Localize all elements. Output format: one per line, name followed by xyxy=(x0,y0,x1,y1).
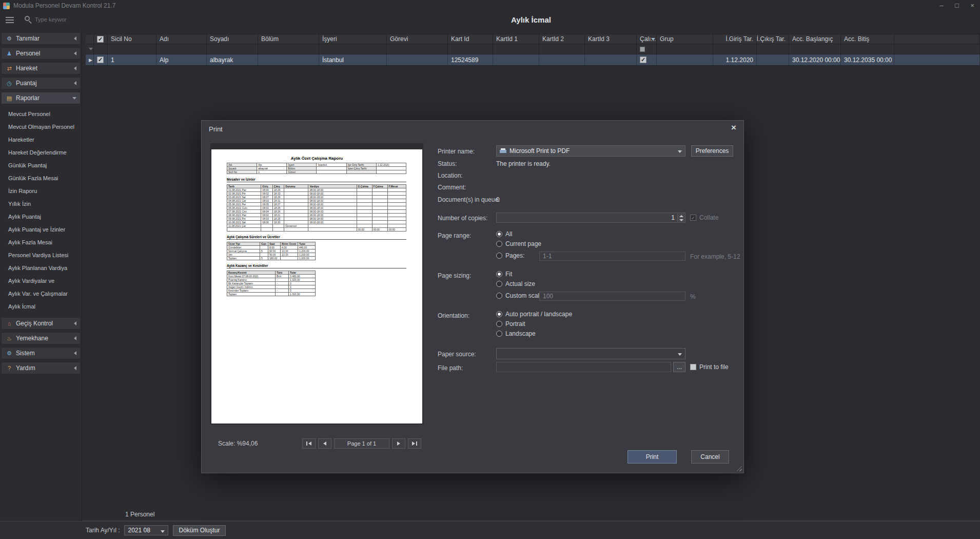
print-to-file-checkbox-icon[interactable] xyxy=(690,364,696,370)
copies-input[interactable]: 1 xyxy=(496,213,685,223)
sidebar-section[interactable]: ⚙ Tanımlar xyxy=(1,32,81,45)
radio-current-page[interactable]: Current page xyxy=(496,240,541,247)
grid-header-cell[interactable]: Acc. Bitiş xyxy=(841,34,894,44)
grid-filter-cell[interactable] xyxy=(841,44,894,54)
printer-select[interactable]: Microsoft Print to PDF xyxy=(496,145,685,157)
grid-header-cell[interactable]: Adı xyxy=(156,34,207,44)
last-page-button[interactable] xyxy=(408,438,421,449)
grid-data-cell[interactable] xyxy=(585,54,637,66)
row-select-checkbox[interactable]: ✓ xyxy=(97,56,104,63)
sidebar-report-item[interactable]: Hareketler xyxy=(0,133,82,146)
radio-portrait[interactable]: Portrait xyxy=(496,320,525,328)
grid-data-cell[interactable]: ▶ xyxy=(86,54,94,66)
radio-landscape-icon[interactable] xyxy=(496,331,502,337)
grid-data-cell[interactable]: İstanbul xyxy=(319,54,387,66)
grid-filter-cell[interactable] xyxy=(319,44,387,54)
sidebar-report-item[interactable]: Yıllık İzin xyxy=(0,198,82,210)
grid-filter-cell[interactable] xyxy=(108,44,156,54)
grid-header-cell[interactable]: Sicil No xyxy=(108,34,156,44)
grid-header-cell[interactable]: Soyadı xyxy=(207,34,258,44)
grid-header-cell[interactable]: ✓ xyxy=(94,34,108,44)
radio-all[interactable]: All xyxy=(496,230,512,238)
grid-header-cell[interactable]: Bölüm xyxy=(258,34,319,44)
radio-all-icon[interactable] xyxy=(496,231,502,237)
dokum-olustur-button[interactable]: Döküm Oluştur xyxy=(173,525,225,536)
grid-header-cell[interactable]: KartId 1 xyxy=(493,34,539,44)
radio-fit-icon[interactable] xyxy=(496,271,502,277)
spinner-buttons[interactable] xyxy=(677,214,684,222)
month-year-select[interactable]: 2021 08 xyxy=(124,525,168,535)
radio-landscape[interactable]: Landscape xyxy=(496,330,536,337)
grid-filter-cell[interactable] xyxy=(657,44,713,54)
resize-grip[interactable] xyxy=(736,466,742,471)
sidebar-report-item[interactable]: Aylık Vardiyalar ve xyxy=(0,275,82,287)
sidebar-report-item[interactable]: Aylık Planlanan Vardiya xyxy=(0,262,82,275)
grid-header-cell[interactable]: KartId 3 xyxy=(585,34,637,44)
radio-pages[interactable]: Pages: xyxy=(496,252,524,259)
radio-actual-size[interactable]: Actual size xyxy=(496,280,535,287)
print-button[interactable]: Print xyxy=(628,450,677,464)
grid-filter-cell[interactable] xyxy=(585,44,637,54)
radio-portrait-icon[interactable] xyxy=(496,321,502,327)
sidebar-section[interactable]: ◷ Puantaj xyxy=(1,77,81,89)
radio-auto-icon[interactable] xyxy=(496,311,502,317)
select-all-checkbox[interactable]: ✓ xyxy=(97,36,104,43)
grid-filter-cell[interactable] xyxy=(207,44,258,54)
grid-header-cell[interactable]: KartId 2 xyxy=(539,34,585,44)
spinner-down-icon[interactable] xyxy=(678,218,684,222)
minimize-button[interactable]: – xyxy=(934,0,949,11)
grid-data-row[interactable]: ▶✓1Alpalbayrakİstanbul12524589✓1.12.2020… xyxy=(86,54,980,66)
grid-filter-cell[interactable] xyxy=(258,44,319,54)
grid-filter-cell[interactable] xyxy=(539,44,585,54)
grid-data-cell[interactable] xyxy=(493,54,539,66)
sidebar-report-item[interactable]: Günlük Fazla Mesai xyxy=(0,172,82,185)
sidebar-report-item[interactable]: Aylık İcmal xyxy=(0,300,82,313)
sidebar-section[interactable]: ♟ Personel xyxy=(1,47,81,60)
maximize-button[interactable]: □ xyxy=(949,0,965,11)
search-input[interactable] xyxy=(35,14,80,25)
grid-data-cell[interactable]: albayrak xyxy=(207,54,258,66)
next-page-button[interactable] xyxy=(392,438,405,449)
grid-data-cell[interactable] xyxy=(258,54,319,66)
sidebar-report-item[interactable]: Aylık Puantaj ve İzinler xyxy=(0,223,82,236)
paper-source-select[interactable] xyxy=(496,348,685,359)
grid-filter-cell[interactable] xyxy=(789,44,841,54)
sidebar-report-item[interactable]: Mevcut Personel xyxy=(0,108,82,121)
preview-viewport[interactable]: Aylık Özet Çalışma Raporu AdıAlpİşyeriİs… xyxy=(210,143,423,425)
grid-filter-cell[interactable] xyxy=(448,44,493,54)
grid-data-cell[interactable]: 30.12.2020 00:00 xyxy=(789,54,841,66)
sidebar-section[interactable]: ♨ Yemekhane xyxy=(1,332,81,344)
close-icon[interactable]: × xyxy=(731,123,736,133)
sidebar-report-item[interactable]: Günlük Puantaj xyxy=(0,159,82,172)
grid-filter-cell[interactable] xyxy=(493,44,539,54)
radio-pages-icon[interactable] xyxy=(496,253,502,259)
grid-data-cell[interactable]: 1.12.2020 xyxy=(713,54,757,66)
filter-checkbox[interactable] xyxy=(640,47,645,52)
radio-current-icon[interactable] xyxy=(496,241,502,247)
grid-data-cell[interactable]: 1 xyxy=(108,54,156,66)
sidebar-report-item[interactable]: Aylık Fazla Mesai xyxy=(0,236,82,249)
sidebar-section[interactable]: ▤ Raporlar xyxy=(1,92,81,104)
grid-filter-cell[interactable] xyxy=(713,44,757,54)
grid-header-cell[interactable]: Kart Id xyxy=(448,34,493,44)
menu-icon[interactable] xyxy=(6,17,14,23)
prev-page-button[interactable] xyxy=(318,438,331,449)
grid-data-cell[interactable] xyxy=(539,54,585,66)
grid-data-cell[interactable]: Alp xyxy=(156,54,207,66)
grid-data-cell[interactable]: 12524589 xyxy=(448,54,493,66)
grid-header-cell[interactable]: İ.Çıkış Tar. xyxy=(757,34,789,44)
grid-header-cell[interactable] xyxy=(86,34,94,44)
grid-header-cell[interactable]: İşyeri xyxy=(319,34,387,44)
grid-filter-cell[interactable] xyxy=(94,44,108,54)
grid-data-cell[interactable] xyxy=(657,54,713,66)
cancel-button[interactable]: Cancel xyxy=(691,450,729,464)
grid-filter-cell[interactable] xyxy=(86,44,94,54)
sidebar-section[interactable]: ⚙ Sistem xyxy=(1,347,81,359)
close-button[interactable]: × xyxy=(965,0,980,11)
sidebar-section[interactable]: ⇄ Hareket xyxy=(1,62,81,74)
preferences-button[interactable]: Preferences xyxy=(691,145,733,157)
radio-custom-icon[interactable] xyxy=(496,293,502,299)
grid-header-cell[interactable]: Acc. Başlangıç xyxy=(789,34,841,44)
filter-icon[interactable] xyxy=(651,38,655,41)
grid-header-cell[interactable]: İ.Giriş Tar. xyxy=(713,34,757,44)
